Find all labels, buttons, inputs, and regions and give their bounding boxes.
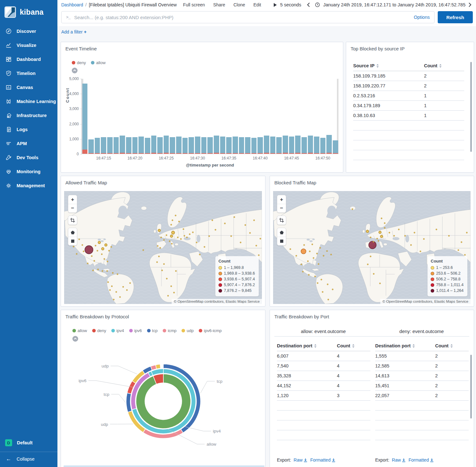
map-point[interactable] <box>458 249 459 251</box>
edit-button[interactable]: Edit <box>253 2 261 7</box>
map-point[interactable] <box>163 239 165 241</box>
table-row[interactable]: 35,3284 <box>277 371 370 381</box>
map-point[interactable] <box>113 299 115 300</box>
timeline-bar[interactable] <box>189 79 194 154</box>
map-point[interactable] <box>157 245 158 247</box>
table-row[interactable]: 14,6132 <box>375 371 469 381</box>
play-icon[interactable] <box>273 3 277 7</box>
table-row[interactable]: 6,0074 <box>277 351 370 361</box>
map-point[interactable] <box>258 255 259 256</box>
timeline-bar[interactable] <box>301 79 307 154</box>
map-point[interactable] <box>296 255 297 256</box>
timeline-bar[interactable] <box>151 79 157 154</box>
map-point[interactable] <box>313 257 314 259</box>
map-point[interactable] <box>389 232 390 233</box>
sidebar-item-dev-tools[interactable]: Dev Tools <box>0 151 57 165</box>
allowed-traffic-map[interactable]: + − Count 1 – 1,969.8 <box>64 191 262 304</box>
map-point[interactable] <box>93 270 94 271</box>
timeline-bar[interactable] <box>214 79 219 154</box>
map-point[interactable] <box>91 256 93 257</box>
timeline-bar[interactable] <box>82 79 88 154</box>
map-point[interactable] <box>117 274 118 275</box>
map-point[interactable] <box>97 269 99 270</box>
refresh-interval[interactable]: 5 seconds <box>280 2 301 7</box>
map-point[interactable] <box>102 271 103 272</box>
map-point[interactable] <box>76 253 77 255</box>
map-point[interactable] <box>405 235 406 236</box>
map-point[interactable] <box>318 263 319 265</box>
map-point[interactable] <box>209 235 210 237</box>
map-point[interactable] <box>73 246 74 247</box>
map-point[interactable] <box>123 286 124 287</box>
map-point[interactable] <box>104 258 105 260</box>
timeline-bar[interactable] <box>251 79 257 154</box>
map-point[interactable] <box>178 221 180 222</box>
map-point[interactable] <box>369 241 376 249</box>
map-point[interactable] <box>317 282 318 284</box>
map-point[interactable] <box>158 256 160 257</box>
table-row[interactable]: 1,1203 <box>277 391 370 401</box>
map-point[interactable] <box>85 246 93 254</box>
map-point[interactable] <box>373 273 374 275</box>
map-point[interactable] <box>83 251 84 252</box>
table-row[interactable]: 22,0572 <box>375 391 469 401</box>
map-point[interactable] <box>87 263 88 264</box>
map-point[interactable] <box>172 219 173 221</box>
scrollbar[interactable] <box>470 355 472 419</box>
timeline-bar[interactable] <box>320 79 326 154</box>
sidebar-item-infrastructure[interactable]: Infrastructure <box>0 108 57 122</box>
timeline-bar[interactable] <box>157 79 163 154</box>
table-row[interactable]: 15,4512 <box>375 381 469 391</box>
legend-item-deny[interactable]: deny <box>72 60 86 65</box>
map-point[interactable] <box>253 219 255 221</box>
full-screen-button[interactable]: Full screen <box>183 2 205 7</box>
map-point[interactable] <box>370 256 371 257</box>
timeline-bar[interactable] <box>289 79 294 154</box>
timeline-bar[interactable] <box>270 79 276 154</box>
map-point[interactable] <box>384 222 385 224</box>
map-point[interactable] <box>143 249 144 251</box>
timeline-bar[interactable] <box>283 79 288 154</box>
map-point[interactable] <box>184 235 185 236</box>
map-point[interactable] <box>315 276 316 277</box>
timeline-bar[interactable] <box>314 79 319 154</box>
refresh-button[interactable]: Refresh <box>438 11 473 23</box>
map-point[interactable] <box>175 271 176 272</box>
map-point[interactable] <box>108 281 109 283</box>
timeline-bar[interactable] <box>170 79 175 154</box>
map-point[interactable] <box>321 279 322 280</box>
map-point[interactable] <box>301 264 302 265</box>
timeline-bar[interactable] <box>182 79 188 154</box>
column-header-count[interactable]: Count <box>337 343 355 348</box>
map-point[interactable] <box>312 244 313 245</box>
timeline-bar[interactable] <box>95 79 100 154</box>
timeline-bar[interactable] <box>138 79 144 154</box>
map-point[interactable] <box>302 271 303 272</box>
map-point[interactable] <box>156 262 158 263</box>
horizontal-scrollbar[interactable] <box>63 465 264 467</box>
timeline-bar[interactable] <box>264 79 269 154</box>
timeline-bar[interactable] <box>276 79 282 154</box>
timeline-bar[interactable] <box>326 79 332 154</box>
share-button[interactable]: Share <box>213 2 225 7</box>
map-point[interactable] <box>186 237 188 238</box>
map-point[interactable] <box>326 250 328 252</box>
timeline-bar[interactable] <box>239 79 244 154</box>
map-point[interactable] <box>105 244 107 246</box>
timeline-bar[interactable] <box>132 79 138 154</box>
map-point[interactable] <box>332 289 333 290</box>
map-point[interactable] <box>215 229 216 230</box>
map-point[interactable] <box>328 299 329 300</box>
export-formatted-link[interactable]: Formatted <box>408 457 434 463</box>
table-row[interactable]: 0.34.179.1891 <box>353 101 464 111</box>
timeline-bar[interactable] <box>245 79 250 154</box>
timeline-bar[interactable] <box>164 79 169 154</box>
map-point[interactable] <box>256 245 257 246</box>
zoom-out-button[interactable]: − <box>68 204 77 212</box>
map-point[interactable] <box>466 232 467 233</box>
map-point[interactable] <box>308 274 309 276</box>
map-point[interactable] <box>384 227 385 228</box>
map-point[interactable] <box>245 224 246 226</box>
sidebar-item-dashboard[interactable]: Dashboard <box>0 52 57 66</box>
sidebar-item-management[interactable]: Management <box>0 179 57 193</box>
